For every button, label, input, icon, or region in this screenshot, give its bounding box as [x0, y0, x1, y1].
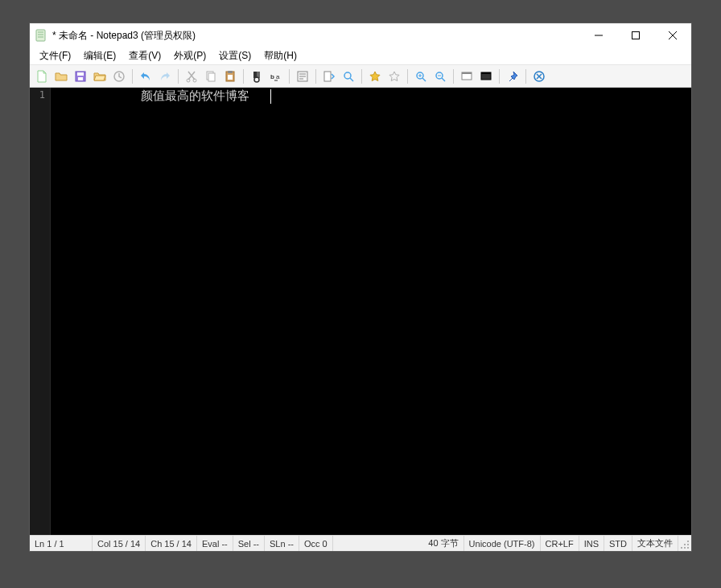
- status-mode[interactable]: STD: [604, 536, 632, 551]
- fold-margin[interactable]: [51, 88, 62, 535]
- status-line[interactable]: Ln 1 / 1: [30, 536, 93, 551]
- svg-line-34: [442, 78, 445, 81]
- svg-rect-18: [228, 75, 233, 80]
- svg-rect-38: [481, 72, 491, 74]
- pin-icon[interactable]: [504, 68, 521, 85]
- toolbar-separator: [525, 69, 526, 84]
- close-button[interactable]: [654, 23, 691, 47]
- svg-rect-0: [36, 30, 45, 41]
- menu-view[interactable]: 查看(V): [122, 47, 167, 64]
- menu-edit[interactable]: 编辑(E): [77, 47, 122, 64]
- toolbar-separator: [178, 69, 179, 84]
- svg-text:a: a: [276, 73, 280, 80]
- svg-point-44: [687, 544, 689, 545]
- text-editor[interactable]: 颜值最高的软件博客: [62, 88, 691, 535]
- exit-icon[interactable]: [530, 68, 548, 85]
- copy-icon[interactable]: [202, 68, 220, 85]
- editor-content: 颜值最高的软件博客: [141, 88, 249, 103]
- status-bytes[interactable]: 40 字节: [333, 536, 464, 551]
- svg-rect-9: [77, 72, 84, 76]
- status-occurrences[interactable]: Occ 0: [299, 536, 333, 551]
- editor-area: 1 颜值最高的软件博客: [30, 88, 691, 535]
- status-char[interactable]: Ch 15 / 14: [146, 536, 197, 551]
- status-eol[interactable]: CR+LF: [541, 536, 579, 551]
- undo-icon[interactable]: [137, 68, 154, 85]
- svg-rect-5: [632, 32, 640, 39]
- add-favorite-icon[interactable]: [385, 68, 403, 85]
- redo-icon[interactable]: [156, 68, 174, 85]
- svg-line-27: [350, 78, 353, 81]
- scheme-dark-icon[interactable]: [477, 68, 495, 85]
- minimize-button[interactable]: [580, 23, 617, 47]
- svg-rect-25: [324, 72, 331, 81]
- status-column[interactable]: Col 15 / 14: [93, 536, 146, 551]
- toolbar: ba: [30, 65, 691, 88]
- svg-rect-17: [228, 71, 233, 73]
- toolbar-separator: [499, 69, 500, 84]
- statusbar: Ln 1 / 1 Col 15 / 14 Ch 15 / 14 Eval -- …: [30, 535, 691, 551]
- menu-help[interactable]: 帮助(H): [258, 47, 303, 64]
- app-window: * 未命名 - Notepad3 (管理员权限) 文件(F) 编辑(E) 查看(…: [29, 23, 692, 552]
- caret: [270, 89, 271, 104]
- svg-point-46: [684, 547, 686, 549]
- paste-icon[interactable]: [221, 68, 239, 85]
- svg-point-26: [344, 72, 351, 79]
- zoom-out-icon[interactable]: [431, 68, 449, 85]
- find-icon[interactable]: [248, 68, 266, 85]
- svg-rect-36: [462, 72, 472, 74]
- zoom-search-icon[interactable]: [340, 68, 357, 85]
- menu-settings[interactable]: 设置(S): [212, 47, 258, 64]
- status-filetype[interactable]: 文本文件: [632, 536, 678, 551]
- open-file-icon[interactable]: [52, 68, 70, 85]
- recent-icon[interactable]: [110, 68, 128, 85]
- status-insert-mode[interactable]: INS: [579, 536, 604, 551]
- toolbar-separator: [361, 69, 362, 84]
- word-wrap-icon[interactable]: [294, 68, 311, 85]
- titlebar: * 未命名 - Notepad3 (管理员权限): [30, 23, 691, 47]
- svg-rect-15: [208, 73, 215, 81]
- line-number-gutter[interactable]: 1: [30, 88, 51, 535]
- zoom-in-icon[interactable]: [412, 68, 430, 85]
- line-number: 1: [30, 89, 45, 101]
- app-icon: [35, 29, 47, 42]
- new-file-icon[interactable]: [33, 68, 51, 85]
- menubar: 文件(F) 编辑(E) 查看(V) 外观(P) 设置(S) 帮助(H): [30, 47, 691, 65]
- goto-line-icon[interactable]: [320, 68, 338, 85]
- toolbar-separator: [407, 69, 408, 84]
- svg-line-31: [422, 78, 426, 81]
- save-icon[interactable]: [72, 68, 89, 85]
- toolbar-separator: [289, 69, 290, 84]
- toolbar-separator: [453, 69, 454, 84]
- browse-folder-icon[interactable]: [91, 68, 109, 85]
- svg-text:b: b: [270, 73, 274, 80]
- scheme-light-icon[interactable]: [458, 68, 476, 85]
- favorite-icon[interactable]: [366, 68, 384, 85]
- svg-rect-10: [78, 77, 83, 80]
- status-sel-lines[interactable]: SLn --: [265, 536, 299, 551]
- toolbar-separator: [243, 69, 244, 84]
- svg-point-47: [687, 547, 689, 549]
- toolbar-separator: [315, 69, 316, 84]
- cut-icon[interactable]: [183, 68, 200, 85]
- menu-appearance[interactable]: 外观(P): [167, 47, 212, 64]
- resize-grip[interactable]: [678, 536, 691, 551]
- status-eval[interactable]: Eval --: [197, 536, 233, 551]
- maximize-button[interactable]: [617, 23, 654, 47]
- svg-point-42: [687, 541, 689, 542]
- replace-icon[interactable]: ba: [267, 68, 285, 85]
- window-controls: [580, 23, 691, 47]
- svg-point-45: [681, 547, 682, 549]
- status-encoding[interactable]: Unicode (UTF-8): [464, 536, 541, 551]
- svg-point-43: [684, 544, 686, 545]
- status-selection[interactable]: Sel --: [233, 536, 265, 551]
- menu-file[interactable]: 文件(F): [33, 47, 77, 64]
- window-title: * 未命名 - Notepad3 (管理员权限): [52, 29, 196, 43]
- toolbar-separator: [132, 69, 133, 84]
